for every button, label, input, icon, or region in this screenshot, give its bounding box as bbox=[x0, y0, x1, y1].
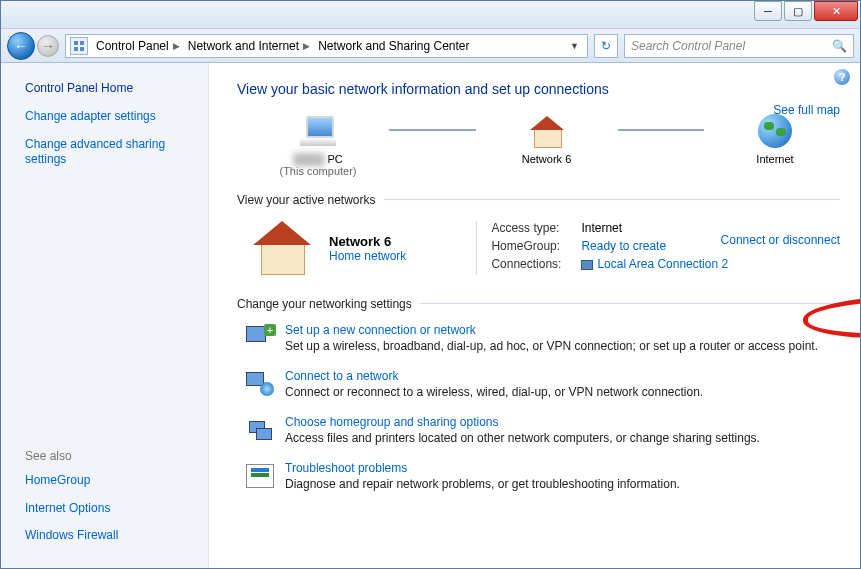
map-node-internet[interactable]: Internet bbox=[710, 111, 840, 177]
main-panel: ? View your basic network information an… bbox=[209, 63, 860, 568]
sidebar: Control Panel Home Change adapter settin… bbox=[1, 63, 209, 568]
refresh-button[interactable]: ↻ bbox=[594, 34, 618, 58]
chevron-right-icon: ▶ bbox=[173, 41, 180, 51]
connection-link[interactable]: Local Area Connection 2 bbox=[597, 257, 728, 271]
task-title[interactable]: Choose homegroup and sharing options bbox=[285, 415, 498, 429]
globe-icon bbox=[758, 114, 792, 148]
task-troubleshoot[interactable]: Troubleshoot problemsDiagnose and repair… bbox=[243, 461, 840, 491]
svg-rect-1 bbox=[80, 41, 84, 45]
homegroup-link[interactable]: Ready to create bbox=[581, 239, 666, 253]
chevron-right-icon: ▶ bbox=[303, 41, 310, 51]
task-setup-connection[interactable]: Set up a new connection or networkSet up… bbox=[243, 323, 840, 353]
task-connect-network[interactable]: Connect to a networkConnect or reconnect… bbox=[243, 369, 840, 399]
map-connector bbox=[618, 129, 705, 131]
task-title[interactable]: Connect to a network bbox=[285, 369, 398, 383]
svg-rect-0 bbox=[74, 41, 78, 45]
nic-icon bbox=[581, 260, 593, 270]
seealso-internet-options[interactable]: Internet Options bbox=[25, 501, 192, 517]
titlebar: ─ ▢ ✕ bbox=[1, 1, 860, 29]
page-title: View your basic network information and … bbox=[237, 81, 840, 97]
control-panel-home-link[interactable]: Control Panel Home bbox=[25, 81, 192, 95]
svg-rect-3 bbox=[80, 47, 84, 51]
sidebar-link-adapter[interactable]: Change adapter settings bbox=[25, 109, 192, 125]
task-title[interactable]: Troubleshoot problems bbox=[285, 461, 407, 475]
breadcrumb[interactable]: Network and Internet▶ bbox=[184, 35, 314, 57]
connect-disconnect-link[interactable]: Connect or disconnect bbox=[721, 233, 840, 247]
navbar: ← → Control Panel▶ Network and Internet▶… bbox=[1, 29, 860, 63]
search-input[interactable]: Search Control Panel 🔍 bbox=[624, 34, 854, 58]
setup-connection-icon bbox=[243, 323, 277, 353]
back-button[interactable]: ← bbox=[7, 32, 35, 60]
troubleshoot-icon bbox=[243, 461, 277, 491]
map-connector bbox=[389, 129, 476, 131]
access-type-label: Access type: bbox=[491, 221, 581, 235]
homegroup-icon bbox=[243, 415, 277, 445]
task-desc: Connect or reconnect to a wireless, wire… bbox=[285, 385, 703, 399]
control-panel-icon bbox=[70, 37, 88, 55]
task-desc: Set up a wireless, broadband, dial-up, a… bbox=[285, 339, 818, 353]
sidebar-link-sharing[interactable]: Change advanced sharing settings bbox=[25, 137, 192, 168]
address-dropdown[interactable]: ▼ bbox=[566, 41, 583, 51]
active-networks-header: View your active networks bbox=[237, 193, 376, 207]
pc-name-obscured: ████ bbox=[293, 153, 324, 165]
task-homegroup[interactable]: Choose homegroup and sharing optionsAcce… bbox=[243, 415, 840, 445]
help-icon[interactable]: ? bbox=[834, 69, 850, 85]
search-icon: 🔍 bbox=[832, 39, 847, 53]
seealso-firewall[interactable]: Windows Firewall bbox=[25, 528, 192, 544]
connect-network-icon bbox=[243, 369, 277, 399]
search-placeholder: Search Control Panel bbox=[631, 39, 745, 53]
seealso-homegroup[interactable]: HomeGroup bbox=[25, 473, 192, 489]
see-also-header: See also bbox=[25, 449, 192, 463]
close-button[interactable]: ✕ bbox=[814, 1, 858, 21]
svg-rect-2 bbox=[74, 47, 78, 51]
computer-icon bbox=[300, 116, 336, 146]
homegroup-label: HomeGroup: bbox=[491, 239, 581, 253]
breadcrumb[interactable]: Network and Sharing Center bbox=[314, 35, 473, 57]
breadcrumb[interactable]: Control Panel▶ bbox=[92, 35, 184, 57]
network-house-icon[interactable] bbox=[253, 221, 313, 275]
networking-settings-header: Change your networking settings bbox=[237, 297, 412, 311]
active-network: Network 6 Home network Access type: Inte… bbox=[253, 221, 840, 275]
forward-button[interactable]: → bbox=[37, 35, 59, 57]
see-full-map-link[interactable]: See full map bbox=[773, 103, 840, 117]
map-node-network[interactable]: Network 6 bbox=[482, 111, 612, 177]
maximize-button[interactable]: ▢ bbox=[784, 1, 812, 21]
task-title[interactable]: Set up a new connection or network bbox=[285, 323, 476, 337]
access-type-value: Internet bbox=[581, 221, 622, 235]
map-node-pc[interactable]: ████ PC (This computer) bbox=[253, 111, 383, 177]
network-name: Network 6 bbox=[329, 234, 406, 249]
network-map: ████ PC (This computer) Network 6 Intern… bbox=[253, 111, 840, 177]
minimize-button[interactable]: ─ bbox=[754, 1, 782, 21]
connections-label: Connections: bbox=[491, 257, 581, 271]
house-icon bbox=[530, 116, 564, 146]
task-desc: Access files and printers located on oth… bbox=[285, 431, 760, 445]
network-type-link[interactable]: Home network bbox=[329, 249, 406, 263]
task-desc: Diagnose and repair network problems, or… bbox=[285, 477, 680, 491]
address-bar[interactable]: Control Panel▶ Network and Internet▶ Net… bbox=[65, 34, 588, 58]
